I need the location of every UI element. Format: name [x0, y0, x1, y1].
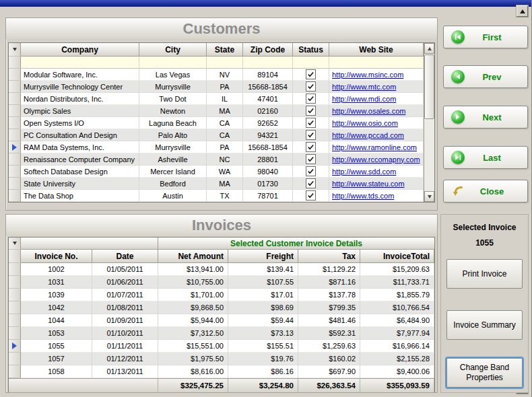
date-cell[interactable]: 01/11/2011 — [92, 340, 158, 353]
net-amount-cell[interactable]: $15,551.00 — [158, 340, 228, 353]
status-cell[interactable] — [293, 178, 329, 190]
city-cell[interactable]: Laguna Beach — [139, 117, 207, 129]
website-link[interactable]: http://www.rccomapny.com — [332, 155, 420, 164]
tax-cell[interactable]: $160.02 — [298, 353, 360, 365]
column-header-invoice-no[interactable]: Invoice No. — [21, 250, 92, 263]
tax-cell[interactable]: $481.46 — [298, 314, 360, 327]
customer-row[interactable]: Softech Database DesignMercer IslandWA98… — [9, 166, 424, 178]
zip-code-cell[interactable]: 02160 — [243, 105, 293, 117]
customer-row[interactable]: Nordan Distributors, Inc.Two DotIL47401h… — [9, 93, 424, 105]
status-cell[interactable] — [293, 69, 329, 81]
date-cell[interactable]: 01/09/2011 — [92, 314, 158, 327]
invoice-total-cell[interactable]: $10,766.54 — [360, 301, 434, 314]
invoice-row[interactable]: 104201/08/2011$9,868.50$98.69$799.35$10,… — [9, 301, 434, 314]
city-cell[interactable]: Bedford — [139, 178, 207, 190]
zip-code-cell[interactable]: 15668-1854 — [243, 141, 293, 153]
status-checkbox[interactable] — [306, 166, 316, 176]
status-checkbox[interactable] — [306, 154, 316, 164]
status-checkbox[interactable] — [306, 142, 316, 152]
close-button[interactable]: Close — [443, 180, 528, 203]
state-cell[interactable]: CA — [207, 117, 243, 129]
filter-company-input[interactable] — [21, 57, 139, 69]
status-checkbox[interactable] — [306, 130, 316, 140]
state-cell[interactable]: CA — [207, 129, 243, 141]
invoice-row[interactable]: 100201/05/2011$13,941.00$139.41$1,129.22… — [9, 263, 434, 276]
status-cell[interactable] — [293, 81, 329, 93]
city-cell[interactable]: Asheville — [139, 153, 207, 166]
company-cell[interactable]: RAM Data Systems, Inc. — [21, 141, 139, 153]
zip-code-cell[interactable]: 98040 — [243, 166, 293, 178]
invoice-row[interactable]: 105701/12/2011$1,975.50$19.76$160.02$2,1… — [9, 353, 434, 365]
invoice-no-cell[interactable]: 1042 — [21, 301, 92, 314]
zip-code-cell[interactable]: 94321 — [243, 129, 293, 141]
status-checkbox[interactable] — [306, 81, 316, 92]
city-cell[interactable]: Las Vegas — [139, 69, 207, 81]
tax-cell[interactable]: $799.35 — [298, 301, 360, 314]
date-cell[interactable]: 01/08/2011 — [92, 301, 158, 314]
invoice-no-cell[interactable]: 1053 — [21, 327, 92, 340]
invoice-total-cell[interactable]: $9,400.06 — [360, 365, 434, 378]
customer-row[interactable]: The Data ShopAustinTX78701http://www.tds… — [9, 190, 424, 202]
window-scroll-up-button[interactable] — [517, 5, 528, 17]
column-header-state[interactable]: State — [207, 43, 243, 57]
status-checkbox[interactable] — [306, 94, 316, 104]
filter-city-input[interactable] — [139, 57, 207, 69]
tax-cell[interactable]: $697.90 — [298, 365, 360, 378]
status-cell[interactable] — [293, 190, 329, 202]
freight-cell[interactable]: $59.44 — [228, 314, 298, 327]
customer-row[interactable]: Renaissance Computer CompanyAshevilleNC2… — [9, 153, 424, 166]
status-cell[interactable] — [293, 166, 329, 178]
invoice-row[interactable]: 105301/10/2011$7,312.50$73.13$592.31$7,9… — [9, 327, 434, 340]
customer-row[interactable]: Olympic SalesNewtonMA02160http://www.osa… — [9, 105, 424, 117]
status-cell[interactable] — [293, 93, 329, 105]
status-checkbox[interactable] — [306, 69, 316, 79]
company-cell[interactable]: Renaissance Computer Company — [21, 153, 139, 166]
status-cell[interactable] — [293, 117, 329, 129]
invoice-no-cell[interactable]: 1039 — [21, 289, 92, 301]
status-cell[interactable] — [293, 129, 329, 141]
customer-row[interactable]: State UniversityBedfordMA01730http://www… — [9, 178, 424, 190]
last-button[interactable]: Last — [443, 146, 528, 169]
invoice-row[interactable]: 103901/07/2011$1,701.00$17.01$137.78$1,8… — [9, 289, 434, 301]
date-cell[interactable]: 01/06/2011 — [92, 276, 158, 289]
state-cell[interactable]: TX — [207, 190, 243, 202]
zip-code-cell[interactable]: 01730 — [243, 178, 293, 190]
date-cell[interactable]: 01/05/2011 — [92, 263, 158, 276]
state-cell[interactable]: NV — [207, 69, 243, 81]
invoice-total-cell[interactable]: $11,733.71 — [360, 276, 434, 289]
status-checkbox[interactable] — [306, 118, 316, 128]
status-cell[interactable] — [293, 105, 329, 117]
tax-cell[interactable]: $592.31 — [298, 327, 360, 340]
customer-row[interactable]: Murrysville Technology CenterMurrysville… — [9, 81, 424, 93]
tax-cell[interactable]: $137.78 — [298, 289, 360, 301]
net-amount-cell[interactable]: $1,701.00 — [158, 289, 228, 301]
website-link[interactable]: http://www.tds.com — [332, 192, 394, 200]
freight-cell[interactable]: $86.16 — [228, 365, 298, 378]
customers-scrollbar[interactable] — [424, 43, 434, 202]
company-cell[interactable]: Softech Database Design — [21, 166, 139, 178]
change-band-properties-button[interactable]: Change Band Properties — [446, 358, 523, 388]
company-cell[interactable]: Open Systems I/O — [21, 117, 139, 129]
column-header-tax[interactable]: Tax — [298, 250, 360, 263]
net-amount-cell[interactable]: $8,616.00 — [158, 365, 228, 378]
invoice-summary-button[interactable]: Invoice Summary — [446, 310, 523, 340]
website-link[interactable]: http://www.mdi.com — [332, 95, 396, 103]
company-cell[interactable]: Nordan Distributors, Inc. — [21, 93, 139, 105]
date-cell[interactable]: 01/10/2011 — [92, 327, 158, 340]
window-titlebar[interactable] — [0, 0, 532, 7]
scrollbar-down-button[interactable] — [424, 191, 434, 202]
date-cell[interactable]: 01/07/2011 — [92, 289, 158, 301]
date-cell[interactable]: 01/12/2011 — [92, 353, 158, 365]
company-cell[interactable]: The Data Shop — [21, 190, 139, 202]
city-cell[interactable]: Newton — [139, 105, 207, 117]
website-link[interactable]: http://www.osales.com — [332, 107, 405, 115]
zip-code-cell[interactable]: 92652 — [243, 117, 293, 129]
grid-customize-button[interactable] — [9, 43, 21, 57]
tax-cell[interactable]: $871.16 — [298, 276, 360, 289]
invoice-row[interactable]: 104401/09/2011$5,944.00$59.44$481.46$6,4… — [9, 314, 434, 327]
city-cell[interactable]: Murrysville — [139, 81, 207, 93]
invoice-total-cell[interactable]: $7,977.94 — [360, 327, 434, 340]
grid-customize-button[interactable] — [9, 238, 21, 250]
city-cell[interactable]: Murrysville — [139, 141, 207, 153]
website-link[interactable]: http://www.ramonline.com — [332, 143, 417, 151]
